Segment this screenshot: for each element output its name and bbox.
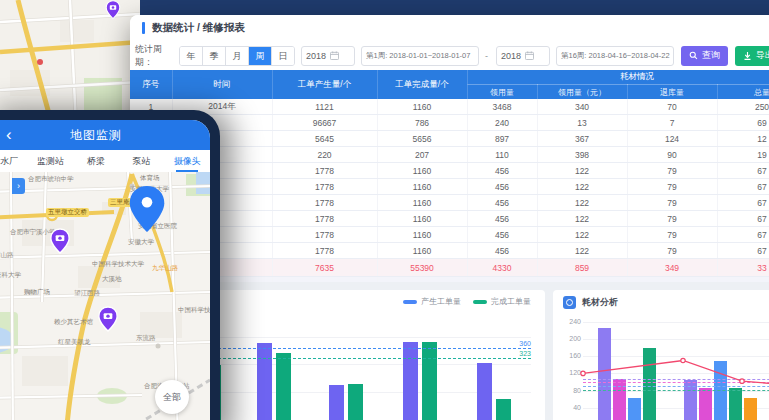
period-option-周[interactable]: 周: [249, 47, 272, 65]
table-cell: 340: [537, 99, 627, 115]
table-cell: 67: [717, 163, 769, 179]
column-header: 时间: [172, 70, 272, 99]
header-row-1: 序号时间工单产生量/个工单完成量/个耗材情况: [130, 70, 769, 85]
chart-badge-icon: [563, 296, 576, 309]
table-cell: 1160: [377, 99, 467, 115]
tab-摄像头[interactable]: 摄像头: [164, 150, 210, 172]
total-row: 合计763555390433085934933: [130, 259, 769, 277]
column-header: 工单产生量/个: [272, 70, 377, 99]
y-axis-tick-label: 80: [555, 387, 581, 394]
period-option-年[interactable]: 年: [180, 47, 203, 65]
period-label: 统计周期：: [135, 43, 179, 69]
year-end-select[interactable]: 2018: [496, 46, 550, 66]
tab-桥梁[interactable]: 桥梁: [73, 150, 119, 172]
consumable-chart-title: 耗材分析: [582, 296, 618, 309]
phone-mockup: ‹ 地图监测 污水厂监测站桥梁泵站摄像头: [0, 110, 220, 420]
consumable-chart-card: 耗材分析 2402001601208040: [553, 290, 769, 420]
week-end-input[interactable]: 第16周: 2018-04-16~2018-04-22: [556, 46, 674, 66]
table-cell: 79: [627, 227, 717, 243]
phone-app-header: ‹ 地图监测: [0, 120, 210, 150]
legend-label: 产生工单量: [421, 296, 461, 307]
map-label: 红星美凯龙: [58, 338, 91, 347]
table-cell: 859: [537, 259, 627, 277]
camera-pin-icon[interactable]: [105, 0, 121, 20]
map-label: 体育场: [140, 174, 160, 183]
y-axis-tick-label: 240: [555, 318, 581, 325]
selected-location-pin[interactable]: [127, 184, 167, 238]
chevron-right-icon: ›: [17, 181, 20, 191]
filter-bar: 统计周期： 年季月周日 2018 第1周: 2018-01-01~2018-01…: [130, 41, 769, 71]
phone-screen: ‹ 地图监测 污水厂监测站桥梁泵站摄像头: [0, 120, 210, 420]
legend-item[interactable]: 产生工单量: [403, 296, 461, 307]
download-icon: [743, 51, 752, 61]
table-cell: 1778: [272, 195, 377, 211]
table-cell: 79: [627, 163, 717, 179]
table-cell: 69: [717, 115, 769, 131]
legend-swatch: [473, 300, 487, 304]
search-icon: [689, 51, 698, 60]
legend-item[interactable]: 完成工单量: [473, 296, 531, 307]
period-option-月[interactable]: 月: [226, 47, 249, 65]
table-cell: 90: [627, 147, 717, 163]
table-row: 2202071103989019: [130, 147, 769, 163]
bar-completed: [422, 342, 437, 420]
background-map-fragment: [0, 0, 140, 125]
table-row: 177811604561227967: [130, 195, 769, 211]
camera-pin-icon: [49, 228, 71, 255]
year-start-select[interactable]: 2018: [301, 46, 355, 66]
back-chevron-icon[interactable]: ‹: [6, 122, 12, 148]
y-axis-tick-label: 160: [555, 352, 581, 359]
map-label: 中国科学技术大学: [178, 306, 210, 315]
table-cell: 70: [627, 99, 717, 115]
phone-tab-bar: 污水厂监测站桥梁泵站摄像头: [0, 150, 210, 173]
report-table-header: 序号时间工单产生量/个工单完成量/个耗材情况领用量领用量（元）退库量总量: [130, 70, 769, 99]
camera-pin[interactable]: [49, 228, 71, 259]
tab-泵站[interactable]: 泵站: [119, 150, 165, 172]
breadcrumb[interactable]: 数据统计 / 维修报表: [152, 21, 245, 35]
calendar-icon: [330, 51, 339, 60]
map-label: 望江西路: [74, 289, 100, 298]
period-option-季[interactable]: 季: [203, 47, 226, 65]
reference-line-label: 360: [519, 340, 531, 347]
map-label: 大溪地: [102, 275, 122, 284]
map-view[interactable]: › 合肥市琥珀中学体育场安徽农业大学三里庵五里墩立交桥合肥市宁溪小学安徽省立医院…: [0, 172, 210, 420]
week-start-input[interactable]: 第1周: 2018-01-01~2018-01-07: [361, 46, 479, 66]
breadcrumb-accent: [142, 22, 145, 34]
range-separator: -: [485, 51, 488, 61]
legend-label: 完成工单量: [491, 296, 531, 307]
tab-污水厂[interactable]: 污水厂: [0, 150, 28, 172]
tab-监测站[interactable]: 监测站: [28, 150, 74, 172]
table-cell: 456: [467, 179, 537, 195]
table-cell: 122: [537, 179, 627, 195]
y-axis-tick-label: 40: [555, 404, 581, 411]
table-row: 5645565689736712412: [130, 131, 769, 147]
period-segmented-control: 年季月周日: [179, 46, 295, 66]
all-filter-button[interactable]: 全部: [155, 380, 189, 414]
table-cell: 7635: [272, 259, 377, 277]
table-cell: 1160: [377, 243, 467, 259]
table-cell: 5645: [272, 131, 377, 147]
sub-column-header: 领用量（元）: [537, 85, 627, 100]
export-excel-button[interactable]: 导出Excel: [735, 46, 769, 66]
table-cell: 67: [717, 179, 769, 195]
table-cell: 367: [537, 131, 627, 147]
y-axis-tick-label: 200: [555, 335, 581, 342]
table-cell: 1778: [272, 163, 377, 179]
table-cell: 19: [717, 147, 769, 163]
table-cell: 67: [717, 211, 769, 227]
table-cell: 207: [377, 147, 467, 163]
table-cell: 3468: [467, 99, 537, 115]
expand-panel-chip[interactable]: ›: [12, 178, 25, 194]
bar-generated: [403, 342, 418, 420]
table-row: 9666778624013769: [130, 115, 769, 131]
camera-pin[interactable]: [97, 306, 119, 337]
sub-column-header: 退库量: [627, 85, 717, 100]
table-cell: 110: [467, 147, 537, 163]
phone-app-title: 地图监测: [70, 127, 122, 144]
period-option-日[interactable]: 日: [272, 47, 294, 65]
trend-line: [583, 310, 769, 420]
table-cell: 79: [627, 179, 717, 195]
report-table-body: 12014年1121116034683407025096667786240137…: [130, 99, 769, 295]
table-cell: 122: [537, 163, 627, 179]
search-button[interactable]: 查询: [681, 46, 728, 66]
